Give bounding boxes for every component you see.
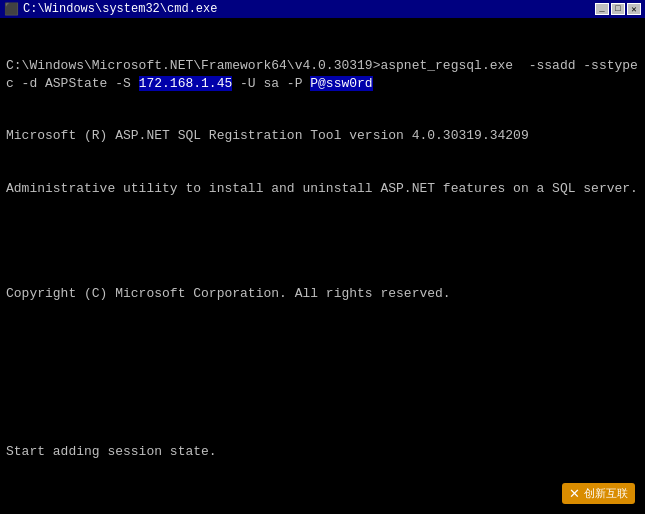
- highlighted-pass: P@ssw0rd: [310, 76, 372, 91]
- minimize-button[interactable]: _: [595, 3, 609, 15]
- watermark-icon: ✕: [569, 486, 580, 501]
- terminal-icon: ⬛: [4, 2, 19, 17]
- terminal-line: [6, 496, 639, 514]
- terminal-line: C:\Windows\Microsoft.NET\Framework64\v4.…: [6, 57, 639, 92]
- window-title: C:\Windows\system32\cmd.exe: [23, 2, 217, 16]
- maximize-button[interactable]: □: [611, 3, 625, 15]
- watermark-text: 创新互联: [584, 486, 628, 501]
- terminal: C:\Windows\Microsoft.NET\Framework64\v4.…: [0, 18, 645, 514]
- watermark: ✕ 创新互联: [562, 483, 635, 504]
- close-button[interactable]: ✕: [627, 3, 641, 15]
- terminal-line: Administrative utility to install and un…: [6, 180, 639, 198]
- terminal-line: Microsoft (R) ASP.NET SQL Registration T…: [6, 127, 639, 145]
- title-bar-buttons: _ □ ✕: [595, 3, 641, 15]
- terminal-line: [6, 390, 639, 408]
- line-text: -U sa -P: [232, 76, 310, 91]
- highlighted-ip: 172.168.1.45: [139, 76, 233, 91]
- terminal-line: [6, 233, 639, 251]
- title-bar-left: ⬛ C:\Windows\system32\cmd.exe: [4, 2, 217, 17]
- terminal-line: [6, 338, 639, 356]
- title-bar: ⬛ C:\Windows\system32\cmd.exe _ □ ✕: [0, 0, 645, 18]
- copyright-line: Copyright (C) Microsoft Corporation. All…: [6, 285, 639, 303]
- terminal-line: Start adding session state.: [6, 443, 639, 461]
